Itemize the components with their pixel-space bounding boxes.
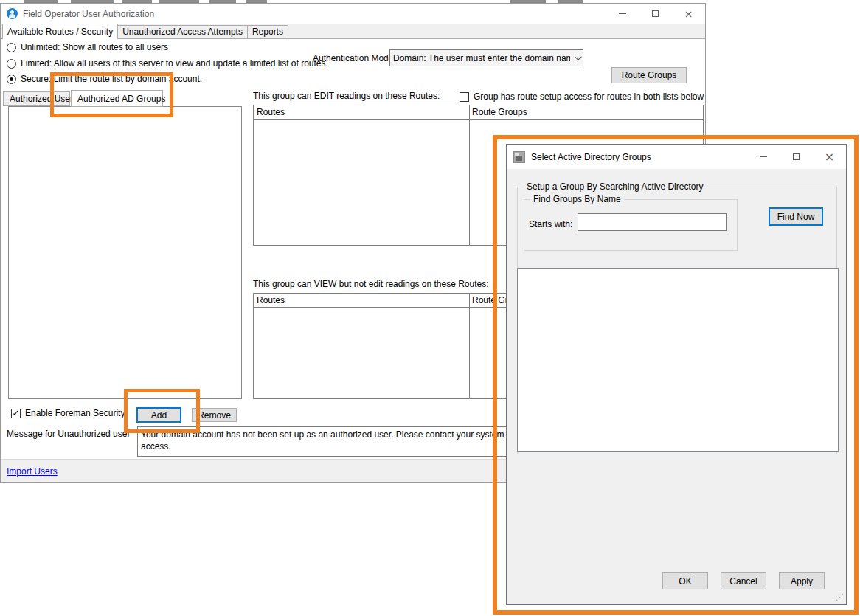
tab-available-routes-security[interactable]: Available Routes / Security [2,24,118,39]
radio-limited-circle [7,59,16,69]
radio-limited-label: Limited: Allow all users of this server … [21,58,328,69]
authorized-ad-groups-list[interactable] [8,106,242,399]
maximize-button[interactable] [639,4,672,24]
annotation-rectangle-add-button [124,389,200,433]
route-setup-checkbox[interactable]: Group has route setup access for routes … [460,91,704,102]
authentication-mode-combobox[interactable]: Domain: The user must enter the domain n… [389,49,583,66]
chevron-down-icon [575,53,582,60]
view-col-routes[interactable]: Routes [254,294,469,307]
main-caption-buttons: × [606,4,705,24]
radio-unlimited[interactable]: Unlimited: Show all routes to all users [7,42,168,52]
enable-foreman-checkbox-box: ✓ [11,409,21,418]
edit-routes-table-header: Routes Route Groups [254,105,703,120]
view-section-label: This group can VIEW but not edit reading… [253,279,489,289]
edit-col-route-groups[interactable]: Route Groups [469,105,703,119]
close-icon: × [684,9,693,19]
authentication-mode-value: Domain: The user must enter the domain n… [393,53,570,63]
enable-foreman-checkbox-label: Enable Foreman Security [25,408,125,418]
radio-secure-circle [7,75,16,84]
radio-limited[interactable]: Limited: Allow all users of this server … [7,58,328,69]
annotation-rectangle-ad-groups-tab [50,72,173,117]
main-tabstrip: Available Routes / Security Unauthorized… [1,24,705,39]
tab-reports[interactable]: Reports [247,25,288,38]
authentication-mode-label: Authentication Mode: [313,53,396,63]
route-setup-checkbox-label: Group has route setup access for routes … [474,91,704,102]
route-groups-button[interactable]: Route Groups [611,67,687,83]
import-users-link[interactable]: Import Users [7,466,58,477]
main-titlebar: Field Operator User Authorization × [1,4,705,24]
view-table-divider [469,294,470,398]
edit-section-label: This group can EDIT readings on these Ro… [253,91,440,101]
edit-table-divider [469,105,470,245]
minimize-button[interactable] [606,4,639,24]
annotation-rectangle-dialog [493,135,859,615]
main-window-title: Field Operator User Authorization [23,9,154,19]
route-setup-checkbox-box [460,92,469,102]
maximize-icon [652,10,659,17]
minimize-icon [619,13,626,14]
radio-unlimited-circle [7,43,16,52]
radio-unlimited-label: Unlimited: Show all routes to all users [21,42,168,52]
close-button[interactable]: × [672,4,705,24]
unauthorized-message-label: Message for Unauthorized user [7,429,130,439]
app-icon [7,8,18,19]
tab-unauthorized-access-attempts[interactable]: Unauthorized Access Attempts [117,25,248,38]
edit-col-routes[interactable]: Routes [254,105,469,119]
screenshot-root: Field Operator User Authorization × Avai… [0,0,860,616]
enable-foreman-checkbox[interactable]: ✓ Enable Foreman Security [11,408,125,418]
